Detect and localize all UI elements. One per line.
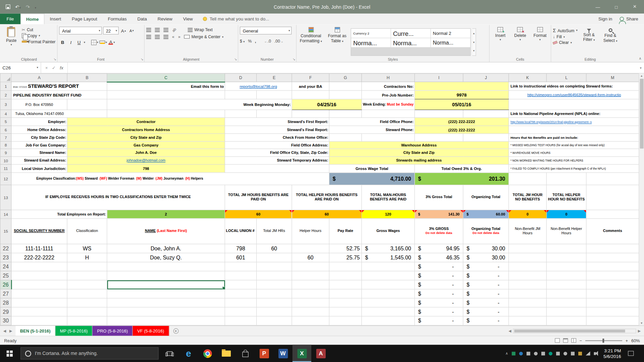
sheet-tab-vf[interactable]: VF (5-8-2016) (133, 326, 169, 336)
cell[interactable]: 601 (225, 253, 256, 262)
row-header[interactable]: 15 (0, 219, 11, 244)
cell[interactable]: Contractors Home Address (67, 126, 225, 133)
cell[interactable]: 60 (257, 244, 292, 253)
tab-page-layout[interactable]: Page Layout (66, 13, 102, 24)
cell[interactable]: 9978 (415, 90, 508, 99)
cell[interactable]: Link to instructional videos on completi… (509, 82, 639, 90)
cell[interactable]: Home Office Address: (11, 126, 67, 133)
cell[interactable] (546, 316, 586, 325)
vertical-scroll-thumb[interactable] (640, 79, 643, 148)
shrink-font-button[interactable]: A▾ (128, 27, 135, 34)
cut-button[interactable]: ✂Cut (22, 27, 56, 32)
cell[interactable] (11, 298, 67, 307)
cell[interactable] (509, 289, 547, 298)
cell[interactable] (257, 280, 292, 289)
cell[interactable] (11, 289, 67, 298)
sheet-tab-pro[interactable]: PRO (5-8-2016) (93, 326, 133, 336)
cell[interactable]: Local Union Jurisdiction: (11, 164, 67, 172)
cell[interactable]: Job For Gas Company: (11, 141, 67, 149)
cell[interactable] (362, 280, 415, 289)
cell[interactable] (329, 316, 362, 325)
volume-icon[interactable] (594, 352, 596, 355)
format-cells-button[interactable]: Format▾ (531, 26, 549, 56)
column-header[interactable]: M (586, 74, 639, 82)
selected-cell[interactable] (107, 280, 225, 289)
cell[interactable] (586, 173, 639, 185)
file-explorer-taskbar-icon[interactable] (217, 345, 236, 362)
network-icon[interactable] (586, 351, 590, 355)
redo-icon[interactable]: ↷ (26, 4, 30, 10)
cell[interactable]: http://vimeopro.com/user8645635/steward-… (509, 90, 639, 99)
cell[interactable]: Field Office City, State, Zip Code: (225, 149, 329, 157)
cell[interactable]: PIPELINE INDUSTRY BENEFIT FUND (11, 90, 107, 99)
cell[interactable] (329, 298, 362, 307)
cell[interactable]: TOTAL HELPER HOURS BENEFITS ARE PAID ON (292, 185, 362, 210)
cell[interactable] (107, 316, 225, 325)
cell[interactable] (67, 99, 107, 110)
cell[interactable]: $- (463, 262, 509, 271)
cell[interactable]: 120 (362, 210, 415, 219)
store-taskbar-icon[interactable] (236, 345, 255, 362)
word-taskbar-icon[interactable]: W (274, 345, 292, 362)
page-break-view-icon[interactable] (571, 338, 576, 343)
cell[interactable]: WS (67, 244, 107, 253)
cell[interactable]: $- (415, 298, 463, 307)
scroll-right-icon[interactable]: ▶ (638, 329, 641, 333)
cell[interactable]: Email this form to (107, 82, 225, 90)
row-header[interactable]: 22 (0, 244, 11, 253)
cell[interactable] (107, 262, 225, 271)
cell[interactable]: 60 (225, 210, 292, 219)
tab-review[interactable]: Review (152, 13, 178, 24)
cell[interactable]: Non-Benefit Helper Hours (546, 219, 586, 244)
gallery-down-icon[interactable]: ▾ (473, 41, 475, 44)
cell-style-option[interactable]: Normal 2 (431, 29, 470, 38)
cell[interactable]: Classification (67, 219, 107, 244)
cell[interactable]: SOCIAL SECURITY NUMBER (11, 219, 67, 244)
paste-button[interactable]: Paste ▾ (2, 26, 20, 56)
scroll-up-icon[interactable]: ▲ (640, 74, 643, 77)
task-view-button[interactable] (160, 345, 179, 362)
edge-taskbar-icon[interactable]: e (179, 345, 198, 362)
cell[interactable] (463, 110, 509, 118)
cell[interactable]: LOCAL UNION # (225, 219, 256, 244)
cell[interactable] (225, 280, 256, 289)
column-header[interactable]: I (415, 74, 463, 82)
middle-align-icon[interactable] (155, 28, 160, 28)
cell[interactable] (509, 253, 547, 262)
cell[interactable]: $- (415, 262, 463, 271)
cell[interactable] (225, 298, 256, 307)
cell[interactable]: $- (415, 271, 463, 280)
cell[interactable]: Contractor (67, 118, 225, 126)
cell[interactable] (107, 307, 225, 316)
tray-app-icon[interactable] (534, 352, 538, 355)
cell[interactable] (107, 110, 225, 118)
bottom-align-icon[interactable] (163, 28, 168, 28)
row-header[interactable]: 4 (0, 110, 11, 118)
cell[interactable]: $46.35 (415, 253, 463, 262)
cell[interactable] (586, 307, 639, 316)
column-header[interactable]: C (107, 74, 225, 82)
cell[interactable] (546, 262, 586, 271)
row-header[interactable]: 7 (0, 134, 11, 141)
row-header[interactable]: 11 (0, 164, 11, 172)
new-sheet-button[interactable]: + (169, 326, 182, 336)
cell[interactable]: 798 (67, 164, 225, 172)
scroll-down-icon[interactable]: ▼ (640, 322, 643, 325)
collapse-ribbon-icon[interactable]: ∧ (639, 56, 642, 60)
tray-app-icon[interactable] (549, 352, 552, 355)
cell[interactable]: Non-Benefit JM Hours (509, 219, 547, 244)
column-header[interactable]: B (67, 74, 107, 82)
column-header[interactable]: L (546, 74, 586, 82)
cell[interactable]: Doe, Suzy Q. (107, 253, 225, 262)
cell[interactable] (225, 289, 256, 298)
delete-cells-button[interactable]: × Delete▾ (511, 26, 529, 56)
cell[interactable] (546, 280, 586, 289)
cell[interactable]: Organizing Total (463, 185, 509, 210)
excel-taskbar-icon[interactable]: X (292, 345, 311, 362)
row-header[interactable]: 3 (0, 99, 11, 110)
tab-formulas[interactable]: Formulas (103, 13, 132, 24)
cell[interactable] (292, 289, 329, 298)
cell[interactable]: Gas Company (67, 141, 225, 149)
cell[interactable] (225, 271, 256, 280)
row-header[interactable]: 24 (0, 262, 11, 271)
